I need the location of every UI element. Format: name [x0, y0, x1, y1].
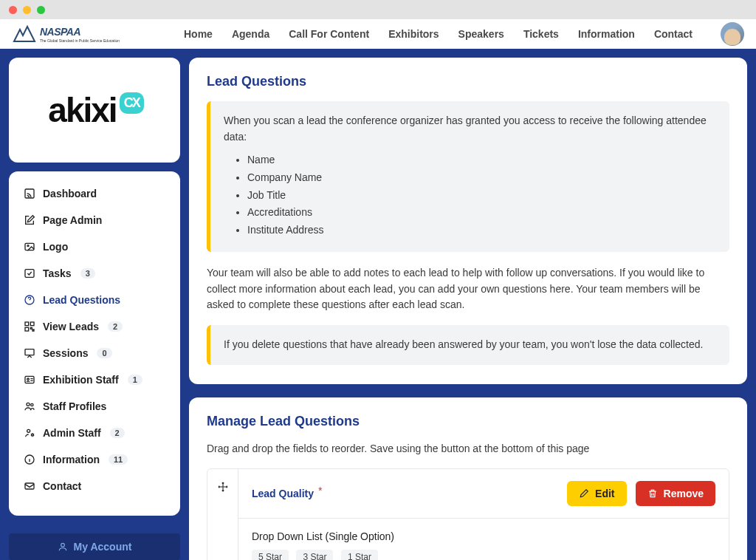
sidebar-item-label: Contact	[43, 480, 81, 492]
lead-questions-card: Lead Questions When you scan a lead the …	[189, 58, 747, 384]
field-content: Lead Quality * Edit Remove Drop	[238, 469, 729, 560]
sidebar-item-sessions[interactable]: Sessions 0	[16, 341, 173, 365]
sidebar-nav: Dashboard Page Admin Logo Tasks 3 Lead Q…	[9, 171, 180, 516]
badge: 3	[80, 268, 95, 279]
sidebar-item-lead-questions[interactable]: Lead Questions	[16, 288, 173, 312]
brand-badge: CX	[120, 92, 144, 114]
pencil-icon	[579, 488, 589, 499]
svg-rect-9	[25, 376, 34, 383]
drag-handle[interactable]	[207, 469, 238, 560]
required-indicator: *	[318, 485, 322, 496]
list-item: Accreditations	[247, 205, 716, 221]
card-title: Manage Lead Questions	[207, 414, 729, 429]
top-nav: Home Agenda Call For Content Exhibitors …	[184, 22, 744, 46]
nav-information[interactable]: Information	[578, 28, 635, 40]
list-item: Company Name	[247, 170, 716, 186]
nav-contact[interactable]: Contact	[654, 28, 693, 40]
user-gear-icon	[24, 427, 35, 439]
manage-hint: Drag and drop the fields to reorder. Sav…	[207, 441, 729, 457]
svg-rect-3	[25, 270, 34, 278]
sidebar-item-label: Tasks	[43, 267, 72, 279]
badge: 2	[110, 428, 125, 438]
list-item: Job Title	[247, 188, 716, 204]
card-title: Lead Questions	[207, 74, 729, 89]
sidebar-item-contact[interactable]: Contact	[16, 474, 173, 498]
option-chip: 5 Star	[252, 550, 289, 560]
sidebar-item-page-admin[interactable]: Page Admin	[16, 208, 173, 232]
sidebar-item-tasks[interactable]: Tasks 3	[16, 262, 173, 285]
edit-button[interactable]: Edit	[567, 481, 626, 506]
nav-exhibitors[interactable]: Exhibitors	[388, 28, 439, 40]
intro-lead-text: When you scan a lead the conference orga…	[224, 113, 716, 145]
svg-point-13	[27, 429, 30, 432]
field-title: Lead Quality	[252, 488, 314, 499]
sidebar-item-label: View Leads	[43, 321, 99, 332]
field-row: Lead Quality * Edit Remove Drop	[207, 468, 729, 560]
sidebar-item-view-leads[interactable]: View Leads 2	[16, 315, 173, 338]
sidebar-item-label: Exhibition Staff	[43, 374, 119, 386]
nav-agenda[interactable]: Agenda	[232, 28, 269, 40]
my-account-button[interactable]: My Account	[9, 533, 180, 560]
svg-point-17	[61, 543, 64, 547]
list-item: Institute Address	[247, 222, 716, 239]
move-icon	[217, 481, 229, 493]
manage-lead-questions-card: Manage Lead Questions Drag and drop the …	[189, 397, 747, 560]
window-minimize-dot[interactable]	[23, 6, 31, 14]
team-notes-text: Your team will also be able to add notes…	[207, 265, 729, 313]
user-avatar[interactable]	[721, 22, 744, 46]
header-logo[interactable]: NASPAA The Global Standard in Public Ser…	[12, 24, 120, 44]
sidebar-item-exhibition-staff[interactable]: Exhibition Staff 1	[16, 368, 173, 392]
sidebar-item-admin-staff[interactable]: Admin Staff 2	[16, 421, 173, 445]
mail-icon	[24, 480, 35, 492]
header-logo-text: NASPAA	[40, 26, 80, 38]
svg-point-12	[31, 403, 33, 406]
intro-list: Name Company Name Job Title Accreditatio…	[224, 152, 716, 238]
badge: 11	[109, 454, 128, 465]
warn-callout: If you delete questions that have alread…	[207, 325, 729, 365]
sidebar-item-information[interactable]: Information 11	[16, 448, 173, 471]
sidebar-item-dashboard[interactable]: Dashboard	[16, 182, 173, 205]
browser-chrome	[0, 0, 756, 19]
main-content: Lead Questions When you scan a lead the …	[189, 58, 747, 560]
sidebar-item-label: Sessions	[43, 347, 88, 359]
user-icon	[58, 542, 68, 552]
trash-icon	[647, 488, 658, 499]
svg-rect-6	[30, 322, 34, 326]
field-body: Drop Down List (Single Option) 5 Star 3 …	[238, 519, 729, 560]
svg-rect-5	[25, 322, 29, 326]
nav-speakers[interactable]: Speakers	[458, 28, 504, 40]
option-chip: 1 Star	[341, 550, 378, 560]
app-shell: akixi CX Dashboard Page Admin Logo Tasks…	[0, 49, 756, 560]
svg-point-11	[27, 403, 30, 406]
sidebar-item-label: Dashboard	[43, 188, 97, 199]
presentation-icon	[24, 347, 35, 359]
nav-tickets[interactable]: Tickets	[523, 28, 559, 40]
window-close-dot[interactable]	[9, 6, 17, 14]
sidebar-item-label: Page Admin	[43, 214, 102, 226]
id-icon	[24, 374, 35, 386]
svg-rect-16	[25, 483, 34, 489]
remove-button[interactable]: Remove	[636, 481, 715, 506]
sidebar-item-logo[interactable]: Logo	[16, 235, 173, 259]
svg-point-2	[27, 245, 29, 247]
list-item: Name	[247, 152, 716, 168]
sidebar-item-label: Information	[43, 454, 100, 465]
edit-icon	[24, 214, 35, 226]
help-circle-icon	[24, 294, 35, 306]
svg-rect-8	[25, 349, 34, 355]
window-maximize-dot[interactable]	[37, 6, 45, 14]
sidebar-item-staff-profiles[interactable]: Staff Profiles	[16, 395, 173, 418]
warn-text: If you delete questions that have alread…	[224, 338, 703, 350]
intro-callout: When you scan a lead the conference orga…	[207, 101, 729, 252]
sidebar: akixi CX Dashboard Page Admin Logo Tasks…	[9, 58, 180, 560]
rss-icon	[24, 188, 35, 199]
info-icon	[24, 454, 35, 465]
brand-logo: akixi CX	[48, 90, 140, 130]
check-square-icon	[24, 267, 35, 279]
svg-point-14	[32, 434, 34, 436]
nav-call-for-content[interactable]: Call For Content	[289, 28, 369, 40]
svg-rect-0	[25, 189, 34, 198]
nav-home[interactable]: Home	[184, 28, 213, 40]
badge: 2	[108, 321, 123, 332]
option-chip: 3 Star	[296, 550, 333, 560]
